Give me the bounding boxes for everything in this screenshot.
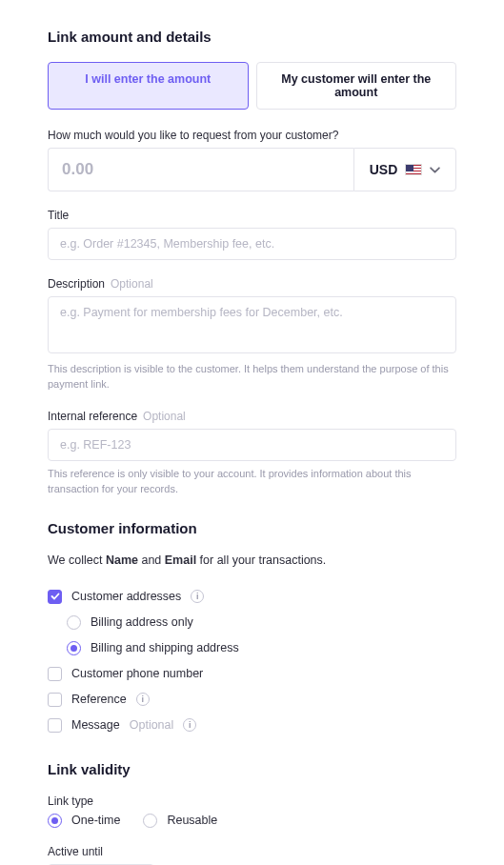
message-checkbox-row[interactable]: Message Optional i (48, 713, 456, 738)
active-until-label: Active until (48, 845, 456, 858)
billing-only-row[interactable]: Billing address only (67, 610, 456, 635)
description-input[interactable] (48, 296, 456, 353)
section-title: Link amount and details (48, 29, 456, 45)
internal-ref-label: Internal reference Optional (48, 410, 456, 423)
description-helper: This description is visible to the custo… (48, 362, 456, 392)
section-title: Link validity (48, 761, 456, 777)
amount-label: How much would you like to request from … (48, 129, 456, 142)
onetime-row[interactable]: One-time (48, 814, 120, 828)
amount-input[interactable] (48, 148, 353, 191)
tab-customer-enter[interactable]: My customer will enter the amount (256, 62, 457, 110)
internal-ref-label-text: Internal reference (48, 410, 137, 423)
internal-ref-optional: Optional (143, 410, 186, 423)
description-field-group: Description Optional This description is… (48, 277, 456, 392)
internal-ref-field-group: Internal reference Optional This referen… (48, 410, 456, 497)
amount-field-group: How much would you like to request from … (48, 129, 456, 191)
description-label: Description Optional (48, 277, 456, 291)
addresses-label: Customer addresses (71, 590, 181, 603)
message-checkbox[interactable] (48, 718, 62, 733)
onetime-radio[interactable] (48, 814, 62, 828)
flag-us-icon (405, 164, 422, 175)
addresses-checkbox-row[interactable]: Customer addresses i (48, 584, 456, 610)
amount-row: USD (48, 148, 456, 191)
reference-label: Reference (71, 693, 127, 706)
billing-only-radio[interactable] (67, 615, 81, 630)
phone-label: Customer phone number (71, 667, 203, 680)
collect-and: and (138, 553, 165, 567)
billing-shipping-radio[interactable] (67, 641, 81, 655)
reusable-label: Reusable (167, 814, 217, 827)
link-validity-section: Link validity Link type One-time Reusabl… (48, 761, 456, 865)
message-label: Message (71, 718, 120, 732)
info-icon[interactable]: i (136, 693, 150, 706)
internal-ref-helper: This reference is only visible to your a… (48, 467, 456, 497)
currency-select[interactable]: USD (353, 148, 456, 191)
collect-prefix: We collect (48, 553, 106, 567)
info-icon[interactable]: i (191, 590, 204, 603)
billing-shipping-label: Billing and shipping address (91, 641, 239, 654)
onetime-label: One-time (71, 814, 120, 827)
title-label: Title (48, 209, 456, 222)
reference-checkbox[interactable] (48, 693, 62, 707)
reusable-radio[interactable] (143, 814, 157, 828)
info-icon[interactable]: i (183, 718, 196, 732)
reusable-row[interactable]: Reusable (143, 814, 217, 828)
link-type-group: Link type One-time Reusable (48, 795, 456, 828)
title-field-group: Title (48, 209, 456, 260)
check-icon (50, 592, 60, 601)
collect-suffix: for all your transactions. (196, 553, 326, 567)
active-until-group: Active until 2025-02-05 (48, 845, 456, 865)
description-optional: Optional (111, 277, 153, 291)
addresses-nested: Billing address only Billing and shippin… (48, 610, 456, 661)
customer-info-section: Customer information We collect Name and… (48, 520, 456, 738)
internal-ref-input[interactable] (48, 429, 456, 461)
chevron-down-icon (430, 165, 440, 175)
description-label-text: Description (48, 277, 105, 291)
section-title: Customer information (48, 520, 456, 536)
collect-name: Name (106, 553, 138, 567)
message-optional: Optional (130, 718, 174, 732)
currency-code: USD (370, 162, 398, 177)
collect-line: We collect Name and Email for all your t… (48, 553, 456, 567)
link-type-label: Link type (48, 795, 456, 808)
amount-entry-tabs: I will enter the amount My customer will… (48, 62, 456, 110)
title-input[interactable] (48, 228, 456, 260)
phone-checkbox-row[interactable]: Customer phone number (48, 661, 456, 687)
link-amount-section: Link amount and details I will enter the… (48, 29, 456, 497)
phone-checkbox[interactable] (48, 667, 62, 681)
billing-only-label: Billing address only (91, 615, 193, 629)
collect-email: Email (165, 553, 196, 567)
tab-i-enter[interactable]: I will enter the amount (48, 62, 249, 110)
addresses-checkbox[interactable] (48, 590, 62, 604)
link-type-row: One-time Reusable (48, 814, 456, 828)
reference-checkbox-row[interactable]: Reference i (48, 687, 456, 713)
billing-shipping-row[interactable]: Billing and shipping address (67, 635, 456, 661)
